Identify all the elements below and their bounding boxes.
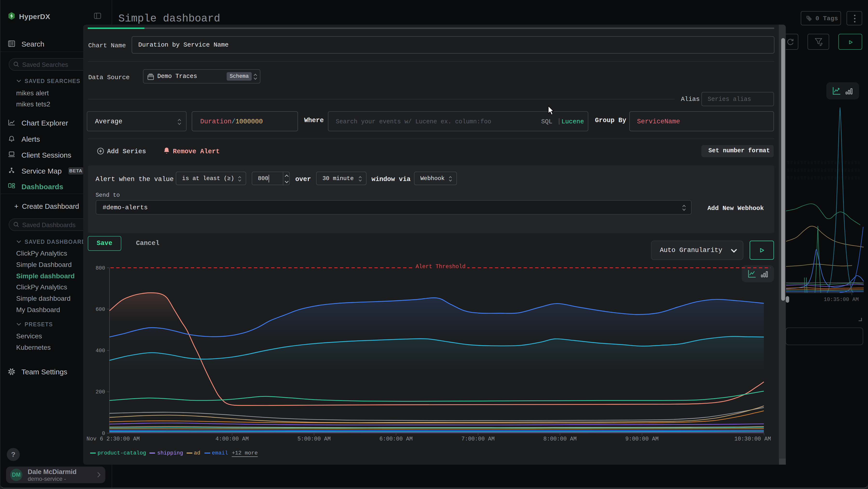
svg-text:6:00:00 AM: 6:00:00 AM (379, 436, 413, 442)
svg-text:9:00:00 AM: 9:00:00 AM (625, 436, 659, 442)
svg-text:5:00:00 AM: 5:00:00 AM (298, 436, 331, 442)
svg-text:4:00:00 AM: 4:00:00 AM (216, 436, 249, 442)
svg-text:Alert Threshold: Alert Threshold (415, 264, 465, 270)
svg-text:Nov 6 2:30:00 AM: Nov 6 2:30:00 AM (87, 436, 140, 442)
svg-text:7:00:00 AM: 7:00:00 AM (462, 436, 495, 442)
svg-text:10:30:00 AM: 10:30:00 AM (735, 436, 771, 442)
svg-text:800: 800 (95, 265, 105, 271)
svg-text:200: 200 (95, 389, 105, 395)
svg-text:8:00:00 AM: 8:00:00 AM (544, 436, 577, 442)
svg-text:600: 600 (95, 307, 105, 313)
svg-text:400: 400 (95, 348, 105, 354)
